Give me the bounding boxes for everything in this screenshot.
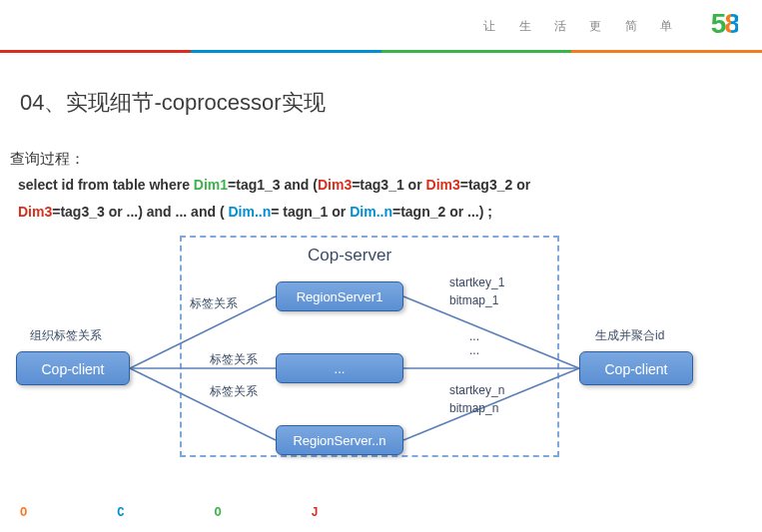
- footer-icon-4: J: [312, 506, 401, 520]
- mid-dots-1: ...: [469, 329, 479, 343]
- startkey-n: startkey_n: [449, 383, 504, 397]
- edge-label-3: 标签关系: [210, 383, 258, 400]
- left-annot: 组织标签关系: [30, 327, 102, 344]
- sql-dim3c: Dim3: [18, 204, 52, 220]
- sql-eq3c: =tag3_3 or ...) and ... and (: [52, 204, 228, 220]
- sql-dim3b: Dim3: [426, 177, 460, 193]
- cop-client-right-node: Cop-client: [579, 351, 693, 385]
- architecture-diagram: Cop-server Cop-client Cop-client RegionS…: [0, 230, 762, 469]
- footer-icon-1: O: [20, 506, 110, 520]
- startkey-1: startkey_1: [449, 275, 504, 289]
- region-server-n-node: RegionServer..n: [276, 425, 403, 455]
- page-title: 04、实现细节-coprocessor实现: [20, 88, 326, 118]
- cop-server-label: Cop-server: [308, 246, 391, 266]
- tagline: 让 生 活 更 简 单: [483, 18, 682, 35]
- right-annot: 生成并聚合id: [595, 327, 664, 344]
- sql-text: select id from table where Dim1=tag1_3 a…: [18, 172, 722, 225]
- sql-eq3a: =tag3_1 or: [352, 177, 425, 193]
- edge-label-2: 标签关系: [210, 351, 258, 368]
- footer-icons: O C O J: [20, 506, 401, 520]
- query-label: 查询过程：: [10, 150, 85, 169]
- cop-client-left-node: Cop-client: [16, 351, 130, 385]
- sql-dimn2: Dim..n: [350, 204, 392, 220]
- sql-dim3a: Dim3: [318, 177, 352, 193]
- sql-eq1: =tag1_3 and (: [228, 177, 318, 193]
- top-color-bar: [0, 50, 762, 53]
- edge-label-1: 标签关系: [190, 295, 238, 312]
- bitmap-1: bitmap_1: [449, 293, 498, 307]
- region-server-mid-node: ...: [276, 353, 403, 383]
- footer-icon-2: C: [117, 506, 207, 520]
- cop-server-box: [180, 236, 559, 457]
- sql-eqn1: = tagn_1 or: [271, 204, 350, 220]
- logo-digit-5: 5: [711, 8, 725, 39]
- sql-eqn2: =tagn_2 or ...) ;: [392, 204, 492, 220]
- logo-digit-8: 8: [724, 8, 738, 39]
- sql-eq3b: =tag3_2 or: [460, 177, 530, 193]
- mid-dots-2: ...: [469, 343, 479, 357]
- footer-icon-3: O: [214, 506, 304, 520]
- region-server-1-node: RegionServer1: [276, 281, 403, 311]
- bitmap-n: bitmap_n: [449, 401, 498, 415]
- sql-pre1: select id from table where: [18, 177, 194, 193]
- sql-dim1: Dim1: [194, 177, 228, 193]
- sql-dimn1: Dim..n: [228, 204, 271, 220]
- logo-58: 58: [711, 8, 738, 40]
